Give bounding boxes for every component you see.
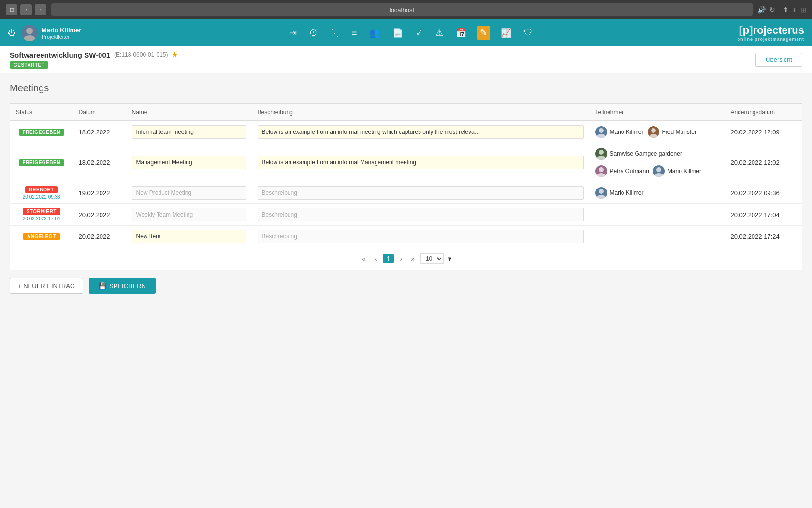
participant: Mario Killmer bbox=[653, 165, 701, 177]
participant-name: Mario Killmer bbox=[610, 189, 644, 196]
desc-td[interactable] bbox=[252, 182, 590, 204]
nav-doc-icon[interactable]: 📄 bbox=[391, 26, 405, 40]
desc-input[interactable] bbox=[258, 125, 584, 139]
meetings-table: Status Datum Name Beschreibung Teilnehme… bbox=[10, 103, 802, 270]
page-next-btn[interactable]: › bbox=[397, 254, 405, 263]
participant-avatar bbox=[595, 187, 607, 199]
pagination-row: « ‹ 1 › » 10 25 50 ▼ bbox=[10, 247, 802, 270]
nav-group-icon[interactable]: 👥 bbox=[367, 26, 382, 40]
nav-calendar-icon[interactable]: 📅 bbox=[454, 26, 468, 40]
table-header-row: Status Datum Name Beschreibung Teilnehme… bbox=[10, 104, 802, 121]
page-size-select[interactable]: 10 25 50 bbox=[420, 253, 444, 264]
status-date: 20.02.2022 09:36 bbox=[23, 194, 60, 200]
nav-list-icon[interactable]: ≡ bbox=[350, 26, 359, 40]
grid-icon[interactable]: ⊞ bbox=[800, 6, 806, 14]
back-btn[interactable]: ‹ bbox=[20, 4, 32, 15]
nav-alert-icon[interactable]: ⚠ bbox=[434, 26, 445, 40]
nav-shield-icon[interactable]: 🛡 bbox=[522, 26, 535, 40]
name-td[interactable] bbox=[126, 226, 252, 247]
page-first-btn[interactable]: « bbox=[359, 254, 369, 263]
desc-input[interactable] bbox=[258, 156, 584, 169]
new-entry-button[interactable]: + NEUER EINTRAG bbox=[10, 278, 83, 294]
user-name: Mario Killmer bbox=[42, 27, 81, 34]
page-title: Meetings bbox=[10, 83, 802, 94]
svg-point-1 bbox=[24, 35, 35, 41]
url-bar[interactable] bbox=[51, 3, 753, 16]
page-last-btn[interactable]: » bbox=[408, 254, 418, 263]
desc-td[interactable] bbox=[252, 121, 590, 143]
aenderung-td: 20.02.2022 17:24 bbox=[725, 226, 802, 247]
name-td[interactable] bbox=[126, 143, 252, 182]
browser-chrome: ⊡ ‹ › 🔊 ↻ ⬆ + ⊞ bbox=[0, 0, 812, 19]
svg-point-10 bbox=[656, 167, 661, 172]
aenderung-td: 20.02.2022 09:36 bbox=[725, 182, 802, 204]
participants-row: Samwise Gamgee gardener Petra Gutmann Ma… bbox=[595, 147, 719, 178]
name-input[interactable] bbox=[132, 208, 246, 221]
star-icon[interactable]: ★ bbox=[172, 51, 178, 58]
desc-input[interactable] bbox=[258, 230, 584, 243]
desc-input[interactable] bbox=[258, 208, 584, 221]
svg-point-6 bbox=[599, 150, 604, 155]
sidebar-toggle-btn[interactable]: ⊡ bbox=[6, 4, 17, 15]
nav-hierarchy-icon[interactable]: ⋱ bbox=[329, 26, 341, 40]
table-row: FREIGEGEBEN 18.02.2022 Mario Killmer Fre… bbox=[10, 121, 802, 143]
name-input[interactable] bbox=[132, 156, 246, 169]
reload-icon[interactable]: ↻ bbox=[769, 6, 775, 14]
nav-check-icon[interactable]: ✓ bbox=[414, 26, 425, 40]
page-size-arrow: ▼ bbox=[447, 255, 453, 262]
desc-input[interactable] bbox=[258, 186, 584, 200]
participant-avatar bbox=[648, 126, 659, 138]
teilnehmer-td: Mario Killmer bbox=[590, 182, 725, 204]
svg-point-12 bbox=[599, 189, 604, 194]
new-tab-icon[interactable]: + bbox=[793, 6, 797, 14]
svg-point-8 bbox=[599, 167, 604, 172]
svg-point-0 bbox=[26, 28, 33, 34]
forward-btn[interactable]: › bbox=[35, 4, 46, 15]
project-id: (E:118-0600-01-015) bbox=[114, 51, 168, 58]
name-td[interactable] bbox=[126, 121, 252, 143]
browser-actions: 🔊 ↻ ⬆ + ⊞ bbox=[757, 6, 806, 14]
name-td[interactable] bbox=[126, 204, 252, 226]
status-td: FREIGEGEBEN bbox=[10, 143, 73, 182]
status-td: ANGELEGT bbox=[10, 226, 73, 247]
participant-name: Mario Killmer bbox=[667, 168, 701, 174]
desc-td[interactable] bbox=[252, 204, 590, 226]
project-title: Softwareentwicklung SW-001 (E:118-0600-0… bbox=[10, 51, 178, 59]
desc-td[interactable] bbox=[252, 226, 590, 247]
datum-td: 20.02.2022 bbox=[73, 204, 126, 226]
participant-name: Samwise Gamgee gardener bbox=[610, 150, 682, 157]
svg-point-3 bbox=[597, 134, 606, 138]
th-name: Name bbox=[126, 104, 252, 121]
power-icon[interactable]: ⏻ bbox=[8, 29, 15, 37]
save-button[interactable]: 💾 SPEICHERN bbox=[89, 278, 156, 294]
teilnehmer-td: Mario Killmer Fred Münster bbox=[590, 121, 725, 143]
th-beschreibung: Beschreibung bbox=[252, 104, 590, 121]
datum-td: 18.02.2022 bbox=[73, 143, 126, 182]
status-date: 20.02.2022 17:04 bbox=[23, 216, 60, 221]
overview-button[interactable]: Übersicht bbox=[755, 53, 802, 67]
table-row: ANGELEGT 20.02.2022 20.02.2022 17:24 bbox=[10, 226, 802, 247]
nav-time-icon[interactable]: ⏱ bbox=[307, 26, 320, 40]
nav-login-icon[interactable]: ⇥ bbox=[288, 26, 299, 40]
participant: Petra Gutmann bbox=[595, 165, 649, 177]
participant-avatar bbox=[595, 126, 607, 138]
page-prev-btn[interactable]: ‹ bbox=[372, 254, 380, 263]
name-input[interactable] bbox=[132, 125, 246, 139]
name-input[interactable] bbox=[132, 230, 246, 243]
name-td[interactable] bbox=[126, 182, 252, 204]
status-td: BEENDET20.02.2022 09:36 bbox=[10, 182, 73, 204]
nav-chart-icon[interactable]: 📈 bbox=[499, 26, 513, 40]
pagination-cell: « ‹ 1 › » 10 25 50 ▼ bbox=[10, 247, 802, 270]
share-icon[interactable]: ⬆ bbox=[783, 6, 789, 14]
logo-subtitle: online projektmanagement bbox=[737, 37, 804, 42]
svg-point-5 bbox=[649, 134, 658, 138]
desc-td[interactable] bbox=[252, 143, 590, 182]
status-cell: FREIGEGEBEN bbox=[16, 159, 67, 166]
svg-point-11 bbox=[654, 173, 663, 177]
th-status: Status bbox=[10, 104, 73, 121]
datum-td: 19.02.2022 bbox=[73, 182, 126, 204]
page-current-btn[interactable]: 1 bbox=[383, 254, 394, 263]
nav-edit-icon[interactable]: ✎ bbox=[477, 26, 490, 40]
name-input[interactable] bbox=[132, 186, 246, 200]
status-badge: FREIGEGEBEN bbox=[19, 129, 64, 136]
